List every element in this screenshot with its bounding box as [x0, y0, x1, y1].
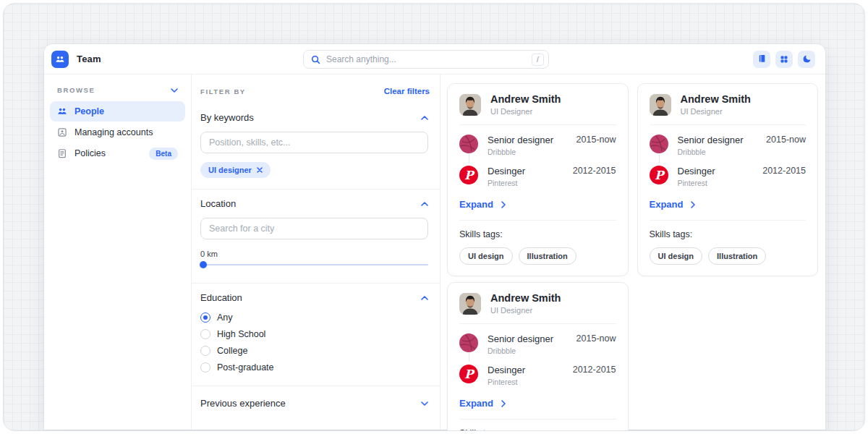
person-name: Andrew Smith — [490, 292, 561, 304]
xp-period: 2015-now — [766, 135, 806, 145]
person-name: Andrew Smith — [490, 93, 561, 105]
people-icon — [57, 106, 67, 116]
chevron-up-icon — [421, 296, 428, 300]
xp-company: Dribbble — [488, 346, 553, 355]
dark-mode-button[interactable] — [798, 51, 815, 68]
global-search[interactable]: / — [303, 50, 549, 69]
sidebar-item-managing-accounts[interactable]: Managing accounts — [50, 122, 185, 142]
xp-company: Dribbble — [678, 148, 744, 156]
xp-period: 2012-2015 — [762, 166, 806, 176]
expand-button[interactable]: Expand — [650, 197, 696, 220]
radio-option[interactable]: Any — [200, 312, 431, 323]
xp-company: Pinterest — [678, 179, 715, 187]
brand: Team — [51, 51, 101, 68]
xp-title: Senior designer — [488, 135, 553, 145]
chevron-down-icon — [421, 401, 428, 406]
skill-tag[interactable]: Illustration — [519, 247, 576, 265]
xp-period: 2012-2015 — [573, 365, 616, 375]
chevron-right-icon — [501, 201, 506, 208]
moon-icon — [802, 54, 812, 64]
avatar — [459, 293, 481, 315]
sidebar-item-label: People — [75, 106, 104, 116]
chevron-up-icon — [421, 116, 428, 120]
filter-panel: FILTER BY Clear filters By keywords UI d… — [192, 75, 441, 430]
radio-option[interactable]: College — [200, 346, 431, 356]
browse-section-header[interactable]: BROWSE — [50, 85, 185, 101]
page-title: Team — [77, 54, 101, 64]
dribbble-icon — [459, 333, 478, 352]
sidebar-item-policies[interactable]: Policies Beta — [50, 143, 185, 163]
search-icon — [311, 55, 320, 64]
chevron-up-icon — [421, 202, 428, 206]
skill-tag[interactable]: Illustration — [708, 247, 766, 265]
xp-period: 2015-now — [576, 135, 616, 145]
xp-title: Desinger — [678, 166, 715, 176]
experience-section-toggle[interactable]: Previous experience — [192, 398, 440, 409]
xp-period: 2012-2015 — [573, 166, 616, 176]
grid-icon — [780, 55, 788, 64]
pinterest-icon: P — [459, 365, 478, 383]
chevron-right-icon — [501, 400, 506, 407]
radio-icon[interactable] — [200, 346, 210, 356]
skill-tag[interactable]: UI design — [650, 247, 703, 265]
xp-company: Dribbble — [488, 148, 553, 156]
radio-icon[interactable] — [200, 312, 210, 323]
education-section-toggle[interactable]: Education — [192, 292, 440, 303]
person-role: UI Designer — [681, 107, 751, 116]
search-input[interactable] — [326, 54, 526, 64]
person-role: UI Designer — [490, 306, 561, 315]
radio-icon[interactable] — [200, 362, 210, 373]
filter-by-label: FILTER BY — [200, 88, 246, 95]
education-options: Any High School College Post-graduate — [200, 312, 431, 373]
person-card: Andrew Smith UI Designer — [447, 282, 629, 431]
skills-label: Skills tags: — [650, 229, 807, 239]
skills-label: Skills tags: — [459, 428, 616, 431]
sidebar: BROWSE People — [44, 75, 192, 430]
xp-title: Desinger — [488, 166, 525, 176]
x-icon[interactable] — [257, 167, 263, 173]
expand-button[interactable]: Expand — [459, 197, 506, 220]
clipboard-icon — [57, 148, 67, 158]
search-shortcut-key: / — [532, 54, 544, 66]
divider — [192, 283, 440, 284]
book-button[interactable] — [753, 51, 770, 68]
radio-icon[interactable] — [200, 329, 210, 339]
location-section-toggle[interactable]: Location — [192, 198, 440, 209]
radio-option[interactable]: High School — [200, 329, 431, 339]
city-search-input[interactable] — [200, 218, 428, 239]
dribbble-icon — [459, 135, 478, 153]
sidebar-item-label: Managing accounts — [75, 127, 153, 137]
divider — [192, 386, 440, 386]
expand-button[interactable]: Expand — [459, 396, 506, 419]
person-role: UI Designer — [490, 107, 561, 116]
clear-filters-button[interactable]: Clear filters — [384, 87, 430, 95]
avatar — [650, 94, 671, 116]
divider — [192, 189, 440, 190]
person-card: Andrew Smith UI Designer — [447, 83, 629, 276]
app-header: Team / — [44, 44, 825, 75]
pinterest-icon: P — [650, 166, 668, 184]
app-window: Team / — [44, 44, 825, 430]
keywords-section-toggle[interactable]: By keywords — [192, 112, 440, 123]
slider-thumb[interactable] — [200, 261, 207, 268]
beta-badge: Beta — [149, 148, 178, 160]
skill-tag[interactable]: UI design — [459, 247, 513, 265]
book-icon — [757, 54, 767, 64]
results-grid: Andrew Smith UI Designer — [441, 75, 825, 430]
person-card: Andrew Smith UI Designer — [637, 83, 819, 276]
xp-title: Desinger — [488, 365, 525, 375]
keywords-input[interactable] — [200, 132, 428, 153]
keyword-tag[interactable]: UI designer — [200, 162, 271, 178]
avatar — [459, 94, 481, 116]
xp-title: Senior designer — [488, 333, 553, 344]
xp-title: Senior designer — [678, 135, 744, 145]
grid-button[interactable] — [775, 51, 793, 68]
chevron-right-icon — [691, 201, 695, 208]
sidebar-item-people[interactable]: People — [50, 101, 185, 122]
xp-company: Pinterest — [488, 378, 525, 386]
chevron-down-icon — [171, 88, 178, 93]
radio-option[interactable]: Post-graduate — [200, 362, 431, 373]
sidebar-item-label: Policies — [75, 148, 106, 158]
distance-slider[interactable] — [200, 264, 428, 265]
header-actions — [753, 51, 815, 68]
